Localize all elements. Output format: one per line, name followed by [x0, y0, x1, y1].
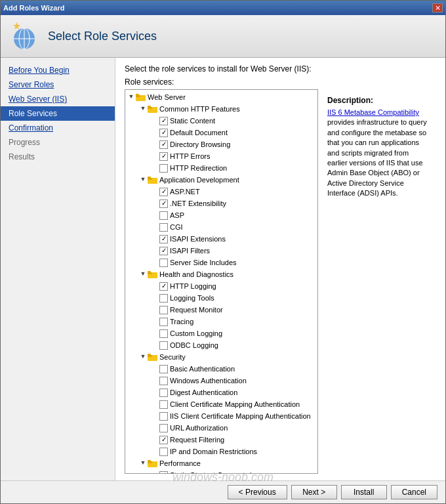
description-link[interactable]: IIS 6 Metabase Compatibility	[327, 108, 419, 116]
label-client-cert: Client Certificate Mapping Authenticatio…	[170, 399, 300, 410]
checkbox-cgi[interactable]	[159, 223, 168, 232]
previous-button[interactable]: < Previous	[228, 485, 287, 499]
tree-item-app-dev[interactable]: ▼ Application Development	[127, 174, 316, 186]
sidebar-item-web-server[interactable]: Web Server (IIS)	[1, 92, 115, 106]
expand-btn-common-http[interactable]: ▼	[138, 104, 148, 114]
role-services-label: Role services:	[125, 77, 436, 87]
tree-item-health-diag[interactable]: ▼ Health and Diagnostics	[127, 268, 316, 280]
checkbox-tracing[interactable]	[159, 318, 168, 326]
checkbox-server-side[interactable]	[159, 259, 168, 267]
expand-spacer	[150, 329, 159, 338]
expand-btn-security[interactable]: ▼	[138, 352, 148, 362]
expand-spacer	[150, 199, 159, 208]
checkbox-url-auth[interactable]	[159, 424, 168, 432]
tree-item-http-logging[interactable]: HTTP Logging	[127, 280, 316, 292]
checkbox-default-doc[interactable]	[159, 129, 168, 137]
checkbox-http-logging[interactable]	[159, 282, 168, 291]
expand-spacer	[150, 211, 159, 220]
checkbox-digest-auth[interactable]	[159, 388, 168, 397]
close-button[interactable]: ✕	[432, 3, 443, 12]
tree-item-common-http[interactable]: ▼ Common HTTP Features	[127, 103, 316, 115]
cancel-button[interactable]: Cancel	[391, 485, 437, 499]
checkbox-http-redirect[interactable]	[159, 164, 168, 173]
tree-item-net-ext[interactable]: .NET Extensibility	[127, 198, 316, 209]
checkbox-req-filter[interactable]	[159, 436, 168, 444]
expand-btn-health-diag[interactable]: ▼	[138, 270, 148, 279]
tree-item-digest-auth[interactable]: Digest Authentication	[127, 387, 316, 398]
sidebar-item-server-roles[interactable]: Server Roles	[1, 77, 115, 92]
expand-spacer	[150, 187, 159, 196]
checkbox-asp-net[interactable]	[159, 188, 168, 196]
expand-spacer	[150, 400, 159, 409]
tree-item-tracing[interactable]: Tracing	[127, 316, 316, 327]
tree-item-http-errors[interactable]: HTTP Errors	[127, 150, 316, 162]
checkbox-req-monitor[interactable]	[159, 306, 168, 314]
expand-spacer	[150, 317, 159, 326]
tree-item-asp-net[interactable]: ASP.NET	[127, 186, 316, 198]
expand-btn-web-server[interactable]: ▼	[127, 93, 136, 102]
label-static-compress: Static Content Compression	[170, 470, 260, 474]
tree-item-http-redirect[interactable]: HTTP Redirection	[127, 162, 316, 174]
sidebar-item-confirmation[interactable]: Confirmation	[1, 121, 115, 135]
checkbox-custom-logging[interactable]	[159, 329, 168, 338]
checkbox-iis-client-cert[interactable]	[159, 412, 168, 421]
tree-item-server-side[interactable]: Server Side Includes	[127, 257, 316, 268]
tree-item-custom-logging[interactable]: Custom Logging	[127, 327, 316, 339]
tree-item-dir-browsing[interactable]: Directory Browsing	[127, 138, 316, 150]
folder-icon-app-dev	[148, 175, 158, 184]
checkbox-asp[interactable]	[159, 211, 168, 220]
tree-item-basic-auth[interactable]: Basic Authentication	[127, 363, 316, 375]
tree-item-client-cert[interactable]: Client Certificate Mapping Authenticatio…	[127, 398, 316, 410]
checkbox-isapi-filters[interactable]	[159, 247, 168, 255]
folder-icon-security	[148, 352, 158, 362]
label-default-doc: Default Document	[170, 127, 228, 138]
tree-item-static-content[interactable]: Static Content	[127, 115, 316, 127]
checkbox-client-cert[interactable]	[159, 400, 168, 409]
checkbox-windows-auth[interactable]	[159, 377, 168, 385]
svg-marker-4	[13, 22, 20, 30]
window-title: Add Roles Wizard	[3, 4, 64, 12]
checkbox-static-content[interactable]	[159, 117, 168, 125]
role-services-tree[interactable]: ▼ Web Server▼ Common HTTP FeaturesStatic…	[125, 89, 318, 474]
label-http-errors: HTTP Errors	[170, 151, 211, 161]
tree-item-security[interactable]: ▼ Security	[127, 351, 316, 363]
tree-item-performance[interactable]: ▼ Performance	[127, 457, 316, 469]
sidebar-item-before-you-begin[interactable]: Before You Begin	[1, 63, 115, 77]
tree-item-cgi[interactable]: CGI	[127, 221, 316, 233]
checkbox-net-ext[interactable]	[159, 200, 168, 208]
checkbox-odbc-logging[interactable]	[159, 341, 168, 350]
tree-item-web-server[interactable]: ▼ Web Server	[127, 91, 316, 103]
checkbox-http-errors[interactable]	[159, 152, 168, 161]
tree-item-req-monitor[interactable]: Request Monitor	[127, 304, 316, 316]
svg-rect-19	[148, 354, 151, 356]
tree-item-req-filter[interactable]: Request Filtering	[127, 434, 316, 446]
tree-item-isapi-ext[interactable]: ISAPI Extensions	[127, 233, 316, 245]
tree-item-logging-tools[interactable]: Logging Tools	[127, 292, 316, 304]
tree-item-iis-client-cert[interactable]: IIS Client Certificate Mapping Authentic…	[127, 410, 316, 422]
label-performance: Performance	[159, 458, 201, 469]
label-web-server: Web Server	[148, 92, 186, 102]
tree-item-default-doc[interactable]: Default Document	[127, 127, 316, 138]
checkbox-static-compress[interactable]	[159, 471, 168, 474]
install-button[interactable]: Install	[341, 485, 387, 499]
expand-spacer	[150, 282, 159, 291]
next-button[interactable]: Next >	[291, 485, 337, 499]
checkbox-ip-domain[interactable]	[159, 448, 168, 456]
tree-item-asp[interactable]: ASP	[127, 209, 316, 221]
checkbox-basic-auth[interactable]	[159, 365, 168, 373]
tree-item-url-auth[interactable]: URL Authorization	[127, 422, 316, 434]
expand-btn-performance[interactable]: ▼	[138, 459, 148, 468]
expand-btn-app-dev[interactable]: ▼	[138, 175, 148, 184]
checkbox-logging-tools[interactable]	[159, 294, 168, 303]
tree-item-isapi-filters[interactable]: ISAPI Filters	[127, 245, 316, 257]
tree-item-static-compress[interactable]: Static Content Compression	[127, 469, 316, 474]
expand-spacer	[150, 116, 159, 125]
label-health-diag: Health and Diagnostics	[159, 269, 233, 280]
tree-item-windows-auth[interactable]: Windows Authentication	[127, 375, 316, 387]
tree-item-odbc-logging[interactable]: ODBC Logging	[127, 339, 316, 351]
expand-spacer	[150, 163, 159, 173]
window: Add Roles Wizard ✕ Select Role Services …	[0, 0, 446, 504]
checkbox-dir-browsing[interactable]	[159, 140, 168, 149]
tree-item-ip-domain[interactable]: IP and Domain Restrictions	[127, 446, 316, 457]
checkbox-isapi-ext[interactable]	[159, 235, 168, 243]
